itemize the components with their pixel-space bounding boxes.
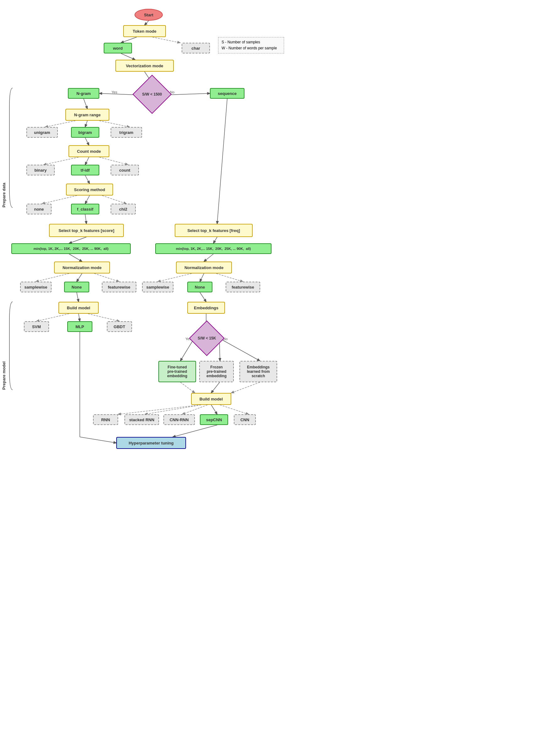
count-node: count <box>111 165 139 175</box>
rnn-node: RNN <box>93 414 118 425</box>
svg-line-11 <box>85 138 89 145</box>
svg-line-1 <box>121 37 137 43</box>
svg-line-43 <box>211 382 220 393</box>
svm-node: SVM <box>24 321 49 332</box>
svg-line-26 <box>36 314 69 321</box>
svg-line-13 <box>85 157 89 165</box>
mlp-node: MLP <box>67 321 92 332</box>
svg-line-44 <box>231 382 260 393</box>
tfidf-node: tf-idf <box>71 165 99 175</box>
svg-line-16 <box>42 195 77 204</box>
prepare-model-label: Prepare model <box>2 302 6 390</box>
unigram-node: unigram <box>27 127 58 138</box>
samplewise-right-node: samplewise <box>142 282 174 292</box>
vectorization-mode-node: Vectorization mode <box>115 60 174 72</box>
samplewise-left-node: samplewise <box>20 282 52 292</box>
svg-line-2 <box>152 37 180 43</box>
ngram-range-node: N-gram range <box>65 109 109 121</box>
legend-box: S - Number of samples W - Number of word… <box>218 37 284 53</box>
f-classif-node: f_classif <box>71 204 99 214</box>
svg-line-17 <box>85 195 89 204</box>
svg-line-45 <box>118 405 201 414</box>
trigram-node: trigram <box>111 127 142 138</box>
frozen-node: Frozen pre-trained embedding <box>199 361 234 382</box>
svg-line-3 <box>121 53 135 60</box>
legend-line-1: S - Number of samples <box>222 39 281 45</box>
features-left-node: min(top, 1K, 2K,... 15K, 20K, 25K, ... 9… <box>11 243 131 254</box>
chi2-node: chi2 <box>111 204 136 214</box>
build-model-left-node: Build model <box>58 302 99 314</box>
none-norm-right-node: None <box>187 282 212 292</box>
gbdt-node: GBDT <box>107 321 132 332</box>
select-score-node: Select top_k features [score] <box>49 224 124 237</box>
yes-label-1: Yes <box>112 90 117 94</box>
svg-line-8 <box>45 121 76 127</box>
norm-mode-left-node: Normalization mode <box>54 261 110 274</box>
norm-mode-right-node: Normalization mode <box>176 261 232 274</box>
embeddings-node: Embeddings <box>187 302 225 314</box>
fine-tuned-node: Fine-tuned pre-trained embedding <box>158 361 196 382</box>
featurewise-left-node: featurewise <box>102 282 136 292</box>
svg-line-12 <box>44 157 79 165</box>
features-right-node: min(top, 1K, 2K,... 15K, 20K, 25K, ... 9… <box>155 243 272 254</box>
hyperparameter-node: Hyperparameter tuning <box>116 437 186 449</box>
svg-line-27 <box>79 314 80 321</box>
none-norm-left-node: None <box>64 282 89 292</box>
svg-line-7 <box>83 99 87 109</box>
svg-line-10 <box>99 121 130 127</box>
svg-line-18 <box>102 195 126 204</box>
svg-line-48 <box>211 405 217 414</box>
svg-line-34 <box>158 274 192 282</box>
svg-line-37 <box>200 292 206 302</box>
svg-line-42 <box>180 382 195 393</box>
svg-line-35 <box>200 274 204 282</box>
none-node: none <box>27 204 52 214</box>
svg-line-33 <box>204 254 213 261</box>
bigram-node: bigram <box>71 127 99 138</box>
svg-line-15 <box>85 175 89 184</box>
svg-line-14 <box>99 157 128 165</box>
stacked-rnn-node: stacked RNN <box>125 414 159 425</box>
svg-line-19 <box>85 214 86 224</box>
svg-line-50 <box>173 425 217 437</box>
svg-line-32 <box>213 237 217 243</box>
scoring-method-node: Scoring method <box>66 184 113 195</box>
flowchart-diagram: S - Number of samples W - Number of word… <box>0 0 287 756</box>
select-freq-node: Select top_k features [freq] <box>175 224 253 237</box>
sepcnn-node: sepCNN <box>200 414 228 425</box>
svg-line-23 <box>77 274 82 282</box>
ngram-node: N-gram <box>68 88 99 99</box>
char-node: char <box>182 43 210 53</box>
cnn-rnn-node: CNN-RNN <box>163 414 195 425</box>
svg-line-25 <box>77 292 79 302</box>
start-node: Start <box>134 9 163 21</box>
svg-line-41 <box>219 338 260 361</box>
count-mode-node: Count mode <box>69 145 109 157</box>
build-model-right-node: Build model <box>191 393 231 405</box>
svg-line-9 <box>85 121 87 127</box>
svg-line-0 <box>144 21 149 25</box>
binary-node: binary <box>27 165 55 175</box>
svg-line-20 <box>69 237 86 243</box>
svg-line-47 <box>182 405 207 414</box>
prepare-data-label: Prepare data <box>2 88 6 207</box>
word-node: word <box>104 43 132 53</box>
svg-line-28 <box>88 314 119 321</box>
svg-line-30 <box>80 437 116 443</box>
cnn-node: CNN <box>234 414 256 425</box>
featurewise-right-node: featurewise <box>226 282 260 292</box>
token-mode-node: Token mode <box>123 25 166 37</box>
svg-line-31 <box>217 99 227 224</box>
svg-line-22 <box>36 274 69 282</box>
svg-line-24 <box>94 274 119 282</box>
svg-line-21 <box>69 254 82 261</box>
sw-15k-diamond: S/W < 15K <box>189 320 224 356</box>
legend-line-2: W - Number of words per sample <box>222 45 281 51</box>
sequence-node: sequence <box>210 88 244 99</box>
sw-1500-diamond: S/W < 1500 <box>133 75 172 114</box>
scratch-node: Embeddings learned from scratch <box>240 361 277 382</box>
svg-line-36 <box>216 274 243 282</box>
svg-line-49 <box>220 405 248 414</box>
svg-line-46 <box>145 405 201 414</box>
